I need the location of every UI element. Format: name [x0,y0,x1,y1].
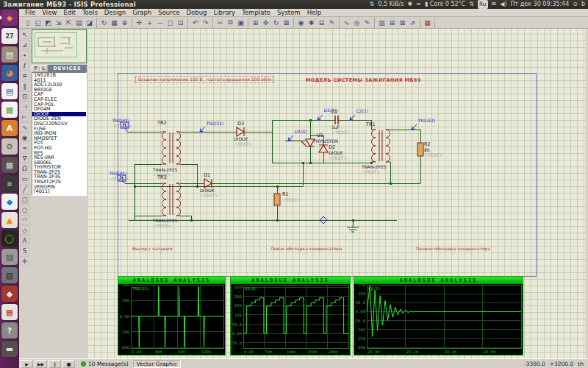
2d-text-mode-button[interactable]: A [20,236,29,245]
make-device-button[interactable]: ✱ [306,18,316,27]
update-indicator-icon[interactable]: ✱ [407,0,412,9]
device-list[interactable]: 1N5281B4011ADC12L030BRIDGECAPCAP-ELECCAP… [32,72,87,196]
graph-mode-button[interactable]: ∿ [20,122,29,132]
cut-button[interactable]: ✂ [215,18,225,27]
volume-icon[interactable]: ◀) [500,0,506,9]
open-file-button[interactable]: ◱ [33,18,43,27]
overview-window[interactable] [32,29,87,63]
text-script-mode-button[interactable]: ≡ [20,71,29,80]
block-delete-button[interactable]: ⊠ [282,18,291,27]
mark-print-area-button[interactable]: ◪ [85,18,94,27]
file-manager[interactable]: ▤ [1,46,18,63]
trash-unknown[interactable]: ? [1,322,18,339]
block-copy-button[interactable]: ⊞ [251,18,260,27]
toggle-grid-button[interactable]: ▦ [110,18,119,27]
subcircuit-mode-button[interactable]: ⊡ [20,91,29,101]
keyboard-layout[interactable]: Ru [478,0,488,9]
menu-library[interactable]: Library [210,9,238,17]
app-orange-a[interactable]: A [1,120,18,136]
net-speed[interactable]: 0,5 KiB/s [378,0,404,9]
new-file-button[interactable]: ▯ [23,18,32,27]
decompose-button[interactable]: ✎ [327,18,337,27]
menu-debug[interactable]: Debug [183,9,209,17]
copy-button[interactable]: ⧉ [226,18,235,27]
block-rotate-button[interactable]: ↻ [271,18,281,27]
block-move-button[interactable]: ✜ [261,18,270,27]
session-gear-icon[interactable]: ⊙ [573,0,578,9]
menu-design[interactable]: Design [101,9,129,17]
overview-viewport[interactable] [35,32,77,57]
red-tool[interactable]: ◆ [1,286,18,302]
import-section-button[interactable]: ⇲ [54,18,63,27]
set-origin-button[interactable]: ⊕ [120,18,129,27]
2d-line-mode-button[interactable]: ╱ [20,184,29,194]
analogue-analysis-graph[interactable]: ANALOGUE ANALYSIS25020015010050.00.00-50… [230,276,351,355]
dark-app[interactable]: ▪ [1,175,18,191]
virtual-instrument-mode-button[interactable]: ▭ [20,174,29,183]
bus-mode-button[interactable]: ∥ [20,81,29,91]
tool-stack-1[interactable]: ▨ [1,249,18,265]
zoom-in-button[interactable]: + [145,18,154,27]
search-tag-button[interactable]: ◎ [352,18,362,27]
2d-symbol-mode-button[interactable]: S [20,246,29,255]
refresh-display-button[interactable]: ↻ [99,18,109,27]
menu-source[interactable]: Source [155,9,182,17]
calendar[interactable]: 27 [1,28,18,44]
menu-tools[interactable]: Tools [79,9,101,17]
property-assignment-button[interactable]: ✎ [362,18,372,27]
indicator-menu-icon[interactable]: ≡ [416,0,421,9]
firefox[interactable]: ◕ [1,65,18,81]
pause-button[interactable]: ‖ [49,360,61,368]
design-explorer-button[interactable]: ▥ [377,18,387,27]
voltage-probe-mode-button[interactable]: ∇ [20,153,29,163]
green-circle-app[interactable]: ◯ [1,230,18,247]
step-button[interactable]: ▶▶ [35,360,47,368]
menu-template[interactable]: Template [239,9,273,17]
play-button[interactable]: ▶ [21,360,33,368]
zoom-all-button[interactable]: ◻ [165,18,175,27]
zoom-out-button[interactable]: − [155,18,165,27]
mini-calendar[interactable]: ▦ [1,304,18,320]
component-mode-button[interactable]: ⊿ [20,40,29,49]
mail-icon[interactable]: ✉ [492,0,497,9]
user[interactable]: b [581,0,585,9]
2d-path-mode-button[interactable]: ◇ [20,225,29,235]
keyboard-indicator[interactable]: ▬ [1,341,18,357]
libreoffice-writer[interactable]: ▤ [1,83,18,99]
wire-autorouter-button[interactable]: ∿ [342,18,351,27]
clock[interactable]: Пт дек 30 09:35:44 [511,0,570,9]
menu-graph[interactable]: Graph [129,9,154,17]
network-traffic-icon-2[interactable]: ⇅ [469,0,474,9]
libreoffice-calc[interactable]: ▦ [1,102,18,118]
device-list-item[interactable]: [4011] [32,189,86,194]
analogue-analysis-graph[interactable]: ANALOGUE ANALYSIS15010050.00.00-50.0-100… [354,276,523,355]
isis-proteus[interactable]: ◈ [1,10,18,26]
menu-edit[interactable]: Edit [60,9,78,17]
new-sheet-button[interactable]: ⊞ [387,18,397,27]
menu-view[interactable]: View [39,9,60,17]
2d-circle-mode-button[interactable]: ○ [20,205,29,214]
calculator[interactable]: ▦ [1,157,18,173]
terminal-mode-button[interactable]: ⊣ [20,102,29,111]
undo-button[interactable]: ↶ [190,18,200,27]
junction-dot-mode-button[interactable]: ∙ [20,50,29,60]
remove-sheet-button[interactable]: ⊠ [398,18,407,27]
2d-box-mode-button[interactable]: □ [20,194,29,204]
stop-button[interactable]: ■ [62,360,75,368]
2d-marker-mode-button[interactable]: ✛ [20,256,29,266]
selection-mode-button[interactable]: ↖ [20,29,29,39]
menu-help[interactable]: Help [304,9,324,17]
zoom-area-button[interactable]: ⊡ [176,18,185,27]
dropbox[interactable]: ◆ [1,194,18,210]
analogue-analysis-graph[interactable]: ANALOGUE ANALYSIS2001000.00-100-2000.004… [118,276,226,355]
network-traffic-icon[interactable]: ⇅ [370,0,375,9]
goto-sheet-button[interactable]: ⇗ [408,18,417,27]
library-button[interactable]: L [40,65,48,72]
pick-devices-button[interactable]: P [32,65,40,72]
generator-mode-button[interactable]: ≈ [20,143,29,152]
print-button[interactable]: ▤ [74,18,84,27]
tool-stack-2[interactable]: ▧ [1,267,18,283]
tape-recorder-mode-button[interactable]: ◉ [20,132,29,142]
wire-label-mode-button[interactable]: ℓ [20,60,29,70]
2d-arc-mode-button[interactable]: ◠ [20,215,29,224]
